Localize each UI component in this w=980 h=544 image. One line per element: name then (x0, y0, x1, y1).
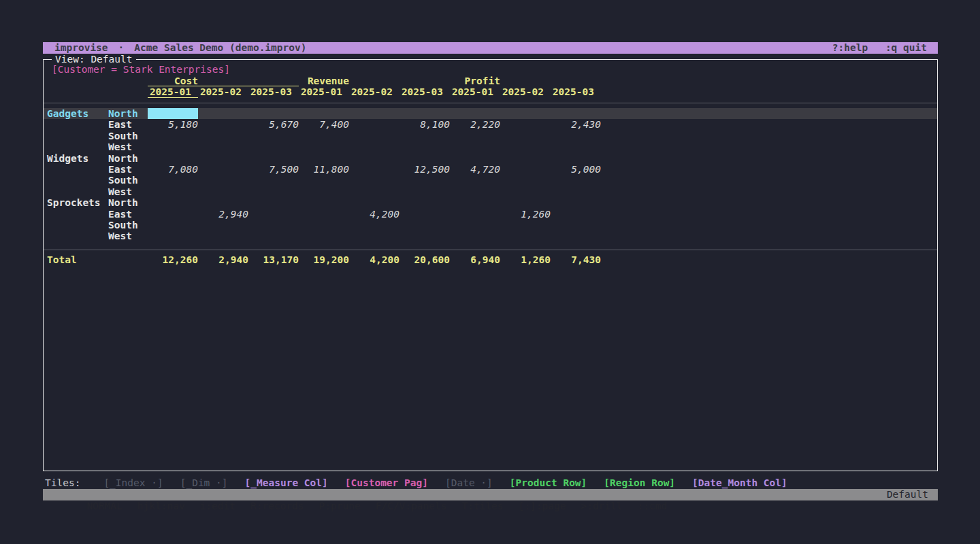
cursor-cell[interactable] (148, 108, 198, 119)
pivot-cell[interactable]: 11,800 (299, 164, 349, 175)
region-label[interactable]: West (108, 186, 148, 197)
pivot-cell[interactable] (450, 209, 500, 220)
pivot-cell[interactable] (299, 209, 349, 220)
pivot-cell[interactable] (450, 197, 500, 208)
pivot-cell[interactable] (248, 131, 299, 141)
pivot-cell[interactable] (551, 197, 601, 208)
region-label[interactable]: West (108, 141, 148, 152)
pivot-cell[interactable] (551, 108, 601, 119)
pivot-cell[interactable] (500, 153, 551, 164)
pivot-cell[interactable] (349, 231, 399, 241)
product-label[interactable] (44, 131, 108, 141)
pivot-cell[interactable] (349, 175, 399, 186)
pivot-cell[interactable] (148, 209, 198, 220)
pivot-cell[interactable] (248, 153, 299, 164)
tile-dim[interactable]: [_Dim ·] (180, 477, 228, 488)
month-header[interactable]: 2025-01 (450, 86, 500, 97)
pivot-cell[interactable] (450, 108, 500, 119)
pivot-cell[interactable] (500, 141, 551, 152)
product-label[interactable] (44, 175, 108, 186)
pivot-cell[interactable] (551, 209, 601, 220)
pivot-cell[interactable]: 7,500 (248, 164, 299, 175)
region-label[interactable]: East (108, 164, 148, 175)
pivot-cell[interactable] (349, 186, 399, 197)
tile-date-month[interactable]: [Date_Month Col] (692, 477, 787, 488)
pivot-cell[interactable]: 4,720 (450, 164, 500, 175)
pivot-cell[interactable] (349, 141, 399, 152)
pivot-cell[interactable] (198, 231, 248, 241)
pivot-cell[interactable] (299, 220, 349, 231)
month-header[interactable]: 2025-03 (399, 86, 450, 97)
pivot-cell[interactable] (148, 141, 198, 152)
pivot-cell[interactable] (198, 153, 248, 164)
tile-date[interactable]: [Date ·] (445, 477, 493, 488)
pivot-cell[interactable]: 7,400 (299, 119, 349, 130)
pivot-cell[interactable] (551, 141, 601, 152)
product-label[interactable] (44, 141, 108, 152)
pivot-cell[interactable]: 5,180 (148, 119, 198, 130)
pivot-cell[interactable] (500, 220, 551, 231)
pivot-cell[interactable] (500, 186, 551, 197)
product-label[interactable] (44, 231, 108, 241)
product-label[interactable] (44, 220, 108, 231)
pivot-cell[interactable] (399, 153, 450, 164)
pivot-cell[interactable]: 4,200 (349, 209, 399, 220)
month-header[interactable]: 2025-01 (299, 86, 349, 97)
pivot-cell[interactable] (551, 131, 601, 141)
pivot-cell[interactable] (500, 175, 551, 186)
pivot-cell[interactable] (299, 186, 349, 197)
pivot-cell[interactable] (248, 197, 299, 208)
pivot-cell[interactable] (198, 131, 248, 141)
pivot-cell[interactable] (299, 175, 349, 186)
pivot-cell[interactable] (551, 231, 601, 241)
pivot-cell[interactable] (450, 175, 500, 186)
pivot-cell[interactable] (299, 153, 349, 164)
tile-measure[interactable]: [_Measure Col] (245, 477, 328, 488)
product-label[interactable]: Sprockets (44, 197, 108, 208)
tile-product[interactable]: [Product Row] (510, 477, 587, 488)
region-label[interactable]: South (108, 175, 148, 186)
pivot-cell[interactable] (349, 153, 399, 164)
pivot-cell[interactable]: 7,080 (148, 164, 198, 175)
pivot-cell[interactable] (299, 141, 349, 152)
pivot-cell[interactable] (450, 231, 500, 241)
pivot-cell[interactable] (450, 141, 500, 152)
tile-index[interactable]: [_Index ·] (103, 477, 163, 488)
pivot-cell[interactable] (399, 231, 450, 241)
region-label[interactable]: North (108, 153, 148, 164)
pivot-cell[interactable] (399, 131, 450, 141)
pivot-cell[interactable] (399, 197, 450, 208)
pivot-cell[interactable] (148, 231, 198, 241)
pivot-cell[interactable] (349, 108, 399, 119)
pivot-cell[interactable] (500, 231, 551, 241)
pivot-cell[interactable] (349, 131, 399, 141)
region-label[interactable]: South (108, 131, 148, 141)
pivot-cell[interactable]: 12,500 (399, 164, 450, 175)
pivot-cell[interactable] (399, 175, 450, 186)
product-label[interactable] (44, 119, 108, 130)
pivot-cell[interactable]: 2,220 (450, 119, 500, 130)
pivot-cell[interactable] (148, 175, 198, 186)
region-label[interactable]: West (108, 231, 148, 241)
pivot-cell[interactable] (198, 175, 248, 186)
pivot-cell[interactable] (450, 186, 500, 197)
pivot-cell[interactable] (349, 197, 399, 208)
pivot-cell[interactable]: 5,670 (248, 119, 299, 130)
product-label[interactable] (44, 186, 108, 197)
region-label[interactable]: East (108, 119, 148, 130)
pivot-cell[interactable]: 8,100 (399, 119, 450, 130)
pivot-cell[interactable] (198, 186, 248, 197)
month-header[interactable]: 2025-01 (148, 86, 198, 97)
help-hint[interactable]: ?:help (832, 42, 868, 53)
pivot-cell[interactable] (248, 141, 299, 152)
pivot-cell[interactable] (500, 197, 551, 208)
pivot-cell[interactable] (198, 108, 248, 119)
pivot-cell[interactable] (248, 186, 299, 197)
pivot-cell[interactable] (500, 119, 551, 130)
pivot-cell[interactable] (399, 108, 450, 119)
pivot-cell[interactable] (299, 108, 349, 119)
pivot-cell[interactable] (450, 153, 500, 164)
pivot-cell[interactable] (399, 209, 450, 220)
pivot-cell[interactable] (198, 164, 248, 175)
pivot-cell[interactable] (198, 220, 248, 231)
